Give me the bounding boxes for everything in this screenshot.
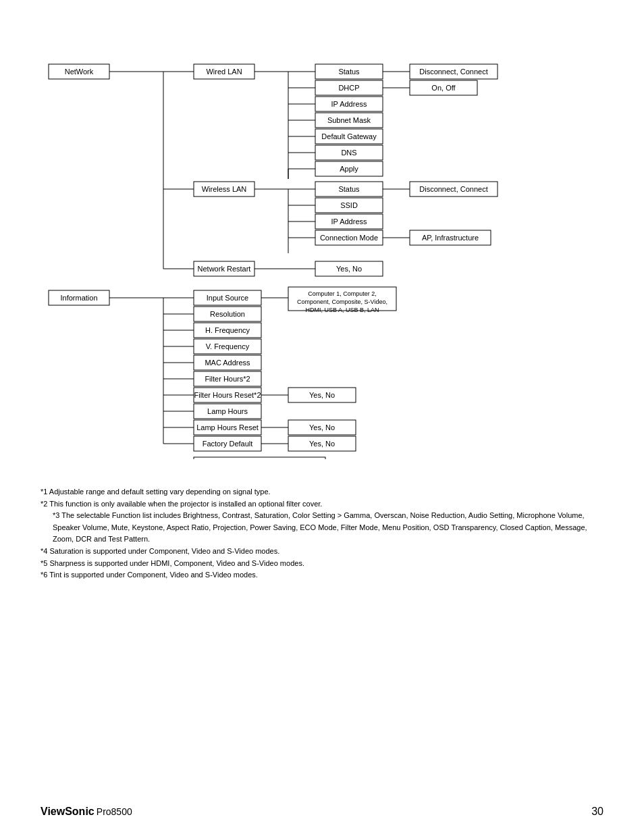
note-2: *2 This function is only available when … bbox=[41, 498, 603, 510]
status1-label: Status bbox=[338, 68, 360, 76]
filter-hours-reset-label: Filter Hours Reset*2 bbox=[194, 391, 261, 399]
svg-text:HDMI, USB A, USB B, LAN: HDMI, USB A, USB B, LAN bbox=[305, 307, 379, 313]
diagram-svg: NetWork Wired LAN Status Disconnect, Con… bbox=[45, 27, 599, 459]
filter-hours-label: Filter Hours*2 bbox=[205, 375, 250, 383]
dhcp-label: DHCP bbox=[338, 84, 359, 92]
note-6: *6 Tint is supported under Component, Vi… bbox=[41, 569, 603, 581]
lamp-hours-reset-yn-label: Yes, No bbox=[309, 423, 335, 431]
note-5: *5 Sharpness is supported under HDMI, Co… bbox=[41, 558, 603, 570]
disconnect-connect1-label: Disconnect, Connect bbox=[419, 68, 488, 76]
subnet-mask-label: Subnet Mask bbox=[327, 116, 371, 124]
model-name2: Pro8500 bbox=[97, 806, 132, 817]
network-restart-label: Network Restart bbox=[198, 265, 251, 273]
network-restart-yn-label: Yes, No bbox=[336, 265, 362, 273]
footer-brand-model: ViewSonic Pro8500 bbox=[41, 806, 132, 818]
mac-address-label: MAC Address bbox=[205, 359, 250, 367]
svg-rect-84 bbox=[194, 457, 325, 459]
note-3: *3 The selectable Function list includes… bbox=[41, 510, 603, 546]
factory-default-label: Factory Default bbox=[203, 440, 253, 448]
page-number: 30 bbox=[591, 806, 603, 818]
v-frequency-label: V. Frequency bbox=[206, 342, 250, 350]
factory-default-yn-label: Yes, No bbox=[309, 440, 335, 448]
page: NetWork Wired LAN Status Disconnect, Con… bbox=[0, 0, 644, 838]
on-off-label: On, Off bbox=[431, 84, 456, 92]
svg-text:Component, Composite, S-Video,: Component, Composite, S-Video, bbox=[297, 298, 387, 305]
information-label: Information bbox=[60, 294, 97, 302]
footer: ViewSonic Pro8500 30 bbox=[41, 806, 603, 818]
note-1: *1 Adjustable range and default setting … bbox=[41, 486, 603, 498]
lamp-hours-label: Lamp Hours bbox=[207, 407, 248, 415]
status2-label: Status bbox=[338, 185, 360, 193]
notes-section: *1 Adjustable range and default setting … bbox=[41, 486, 603, 581]
apply-label: Apply bbox=[340, 165, 358, 173]
default-gateway-label: Default Gateway bbox=[321, 132, 377, 140]
connection-mode-label: Connection Mode bbox=[320, 234, 378, 242]
filter-hours-reset-yn-label: Yes, No bbox=[309, 391, 335, 399]
lamp-hours-reset-label: Lamp Hours Reset bbox=[196, 423, 259, 431]
brand-name: ViewSonic bbox=[41, 806, 95, 817]
wireless-lan-label: Wireless LAN bbox=[202, 185, 247, 193]
input-source-label: Input Source bbox=[207, 294, 248, 302]
input-source-options-label: Computer 1, Computer 2, bbox=[308, 290, 377, 297]
ssid-label: SSID bbox=[340, 201, 358, 209]
ip-address1-label: IP Address bbox=[331, 100, 367, 108]
h-frequency-label: H. Frequency bbox=[205, 326, 250, 334]
dns-label: DNS bbox=[341, 149, 356, 157]
wired-lan-label: Wired LAN bbox=[206, 68, 242, 76]
note-4: *4 Saturation is supported under Compone… bbox=[41, 546, 603, 558]
resolution-label: Resolution bbox=[210, 310, 245, 318]
disconnect-connect2-label: Disconnect, Connect bbox=[419, 185, 488, 193]
ap-infrastructure-label: AP, Infrastructure bbox=[422, 234, 479, 242]
ip-address2-label: IP Address bbox=[331, 217, 367, 226]
network-label: NetWork bbox=[65, 68, 94, 76]
